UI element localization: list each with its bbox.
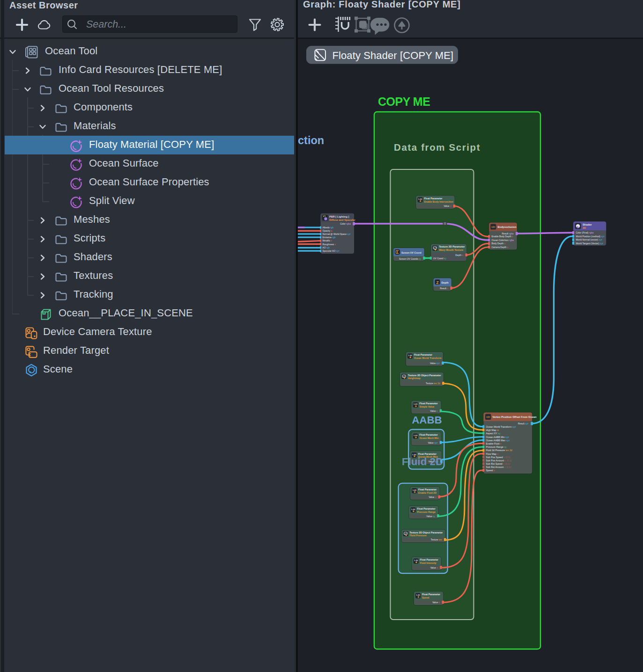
svg-text:World Tangent (Vector) xyz: World Tangent (Vector) xyz: [576, 242, 604, 245]
svg-text:Ocean AABB Max xyz: Ocean AABB Max xyz: [486, 439, 510, 442]
svg-text:Texture 2D Object Parameter: Texture 2D Object Parameter: [408, 374, 441, 377]
svg-text:Float Parameter: Float Parameter: [418, 453, 436, 455]
svg-text:Heightmap: Heightmap: [408, 377, 421, 380]
svg-text:Value x: Value x: [443, 205, 451, 207]
svg-text:Result xyz: Result xyz: [518, 423, 529, 425]
svg-text:Ocean AABB Min xyz: Ocean AABB Min xyz: [486, 436, 510, 438]
svg-text:Flow Map x: Flow Map x: [486, 453, 499, 455]
svg-text:High Map tx: High Map tx: [486, 429, 499, 431]
svg-text:Metallic x: Metallic x: [323, 240, 333, 242]
svg-text:Specular AO xyz: Specular AO xyz: [323, 250, 340, 252]
svg-text:1.23: 1.23: [414, 559, 418, 562]
svg-text:Opacity a: Opacity a: [323, 230, 333, 232]
svg-text:Value x: Value x: [430, 567, 438, 569]
svg-text:Value x: Value x: [429, 496, 436, 498]
svg-text:Enable Body Intersection: Enable Body Intersection: [424, 200, 453, 203]
svg-text:Z: Z: [436, 280, 439, 285]
svg-text:Float Parameter: Float Parameter: [420, 433, 438, 436]
svg-text:Emissive rgb: Emissive rgb: [323, 236, 336, 239]
svg-text:Fluid 2d Pressure tex 2d: Fluid 2d Pressure tex 2d: [486, 449, 512, 452]
svg-text:Diffuse and Specular: Diffuse and Specular: [329, 219, 355, 221]
svg-text:Fluid Intensity: Fluid Intensity: [420, 562, 436, 564]
svg-text:Bodyocclusion: Bodyocclusion: [498, 226, 517, 228]
svg-text:Ocean Color/occ rgba: Ocean Color/occ rgba: [492, 239, 514, 241]
svg-text:Albedo rgb: Albedo rgb: [323, 226, 334, 229]
svg-text:Value x: Value x: [430, 410, 438, 412]
svg-text:Body Depth x: Body Depth x: [492, 242, 506, 245]
svg-text:Speed: Speed: [422, 596, 429, 599]
svg-text:Value xyz: Value xyz: [430, 362, 440, 365]
svg-text:Result x: Result x: [440, 287, 448, 290]
svg-text:Enable Fluid 2D: Enable Fluid 2D: [418, 491, 436, 494]
svg-text:Enable Fluid x: Enable Fluid x: [486, 442, 502, 445]
svg-text:Graph: Floaty Shader [COPY ME]: Graph: Floaty Shader [COPY ME]: [303, 0, 461, 9]
svg-text:Float Parameter: Float Parameter: [418, 488, 436, 491]
svg-text:Value x: Value x: [432, 601, 440, 604]
svg-text:Texture tex 2d: Texture tex 2d: [426, 382, 440, 385]
svg-text:</>: </>: [486, 416, 490, 418]
svg-text:Ocean World Transform: Ocean World Transform: [414, 357, 442, 359]
svg-text:Color (Final) rgba: Color (Final) rgba: [576, 232, 594, 234]
svg-text:Float Parameter: Float Parameter: [420, 402, 438, 405]
svg-text:Vertex Position Offset From Oc: Vertex Position Offset From Ocean: [493, 416, 537, 418]
svg-text:Screen UV Coord: Screen UV Coord: [401, 251, 421, 254]
svg-text:Floaty Shader [COPY ME]: Floaty Shader [COPY ME]: [333, 50, 454, 61]
svg-text:Fluid Pressure: Fluid Pressure: [410, 534, 427, 537]
svg-text:Normal @ World Space xyz: Normal @ World Space xyz: [323, 233, 351, 235]
svg-text:Float Parameter: Float Parameter: [422, 593, 440, 596]
svg-text:Value xyz: Value xyz: [428, 442, 438, 444]
svg-text:PBR [ Lighting ]: PBR [ Lighting ]: [329, 215, 349, 218]
svg-text:Enable Body Depth x: Enable Body Depth x: [492, 235, 514, 238]
svg-text:1.23: 1.23: [408, 354, 413, 357]
svg-text:Float Parameter: Float Parameter: [414, 353, 432, 356]
svg-text:Texture 2D Parameter: Texture 2D Parameter: [439, 245, 465, 248]
svg-text:1.23: 1.23: [418, 198, 422, 200]
svg-text:Ocean Mesh Min: Ocean Mesh Min: [420, 437, 439, 439]
svg-text:Float Parameter: Float Parameter: [420, 558, 438, 561]
svg-text:Texture 2D Object Parameter: Texture 2D Object Parameter: [410, 531, 443, 534]
svg-text:Data from Script: Data from Script: [394, 142, 480, 153]
svg-text:AO rgb: AO rgb: [323, 247, 330, 249]
svg-text:UV Coord xy: UV Coord xy: [433, 257, 446, 260]
svg-text:AABB: AABB: [412, 414, 442, 426]
svg-text:Pressure Range: Pressure Range: [417, 511, 436, 513]
svg-text:Value xy: Value xy: [426, 515, 435, 518]
svg-text:Speed x: Speed x: [486, 469, 495, 472]
svg-text:Ocean World Transform xyz: Ocean World Transform xyz: [486, 425, 517, 428]
svg-text:</>: </>: [491, 226, 495, 228]
svg-text:Screen UV Coords xy: Screen UV Coords xy: [399, 258, 421, 260]
svg-text:Wavy Mouth Texture: Wavy Mouth Texture: [439, 248, 463, 251]
svg-text:Sub Pos Speed x (0,1): Sub Pos Speed x (0,1): [486, 456, 510, 459]
svg-text:Aspect XY xy: Aspect XY xy: [486, 432, 501, 435]
svg-text:Float Parameter: Float Parameter: [417, 507, 436, 510]
svg-text:Depth x: Depth x: [455, 254, 463, 256]
svg-text:Camera Depth x: Camera Depth x: [492, 246, 509, 248]
svg-text:Depth: Depth: [442, 281, 449, 284]
svg-text:1.23: 1.23: [411, 508, 415, 511]
svg-text:Roughness x: Roughness x: [323, 243, 336, 246]
svg-text:Sub Pos Amount x (0,1): Sub Pos Amount x (0,1): [486, 459, 512, 462]
svg-text:World Position (method) xyz: World Position (method) xyz: [576, 235, 605, 238]
svg-text:World Normal (vector) xyz: World Normal (vector) xyz: [576, 239, 603, 241]
svg-text:1.23: 1.23: [416, 594, 421, 596]
svg-text:1.23: 1.23: [414, 434, 418, 437]
svg-text:Sub Rot Speed x (0,1): Sub Rot Speed x (0,1): [486, 462, 510, 465]
svg-text:1.23: 1.23: [413, 489, 417, 491]
svg-text:Float Parameter: Float Parameter: [424, 197, 442, 200]
svg-text:Color rgba: Color rgba: [340, 223, 351, 225]
svg-text:COPY ME: COPY ME: [378, 95, 430, 108]
svg-text:Fluid 2D: Fluid 2D: [402, 456, 443, 467]
svg-text:Sub Rot Amount x (0,1): Sub Rot Amount x (0,1): [486, 466, 511, 468]
svg-text:1.23: 1.23: [414, 403, 418, 405]
svg-text:Pressure Range xy: Pressure Range xy: [486, 446, 507, 448]
svg-text:ction: ction: [298, 134, 324, 146]
svg-text:Texture tex: Texture tex: [431, 539, 442, 541]
svg-text:Simple Value: Simple Value: [420, 405, 435, 408]
svg-text:3D: 3D: [583, 226, 586, 229]
svg-text:Result rgba: Result rgba: [502, 233, 513, 235]
svg-text:Shader: Shader: [583, 223, 592, 226]
